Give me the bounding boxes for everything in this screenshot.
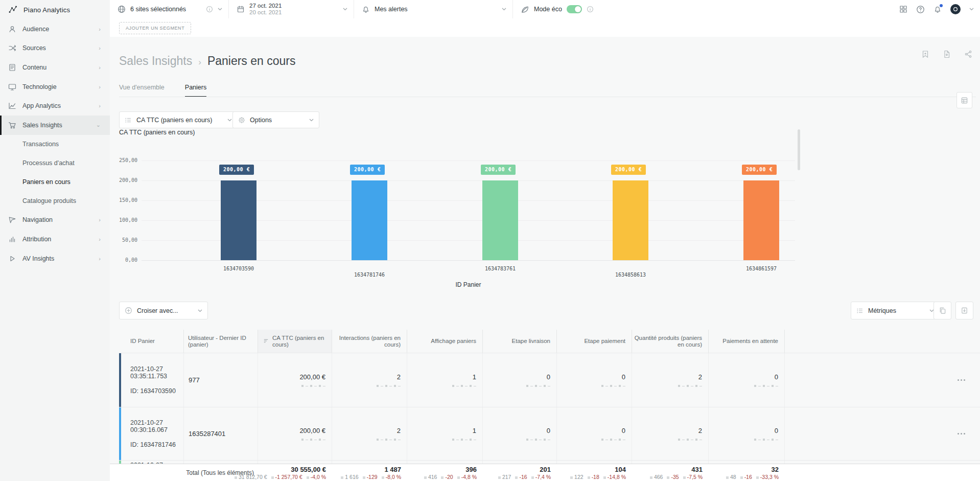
sidebar-subitem-paniers-en-cours[interactable]: Paniers en cours [0,173,110,192]
sidebar-subitem-processus-achat[interactable]: Processus d'achat [0,154,110,173]
sidebar: Piano Analytics Audience› Sources› Conte… [0,0,110,481]
sidebar-item-navigation[interactable]: Navigation› [0,211,110,230]
col-header-interactions[interactable]: Interactions (paniers en cours) [332,330,407,353]
date-range-picker[interactable]: 27 oct. 202120 oct. 2021 [229,0,354,18]
total-value: 396 [465,466,477,473]
add-segment-button[interactable]: AJOUTER UN SEGMENT [119,22,191,34]
sidebar-item-app-analytics[interactable]: App Analytics› [0,96,110,116]
chevron-right-icon: › [99,64,101,71]
sidebar-item-audience[interactable]: Audience› [0,19,110,39]
apps-grid-icon[interactable] [899,5,907,13]
y-tick: 0,00 [115,257,137,263]
bookmark-star-icon[interactable] [921,50,929,58]
total-value: 201 [540,466,551,473]
col-header-paiements-en-attente[interactable]: Paiements en attente [709,330,785,353]
sidebar-item-technologie[interactable]: Technologie› [0,77,110,97]
metric-value: 2 [698,427,702,434]
copy-icon [939,307,946,314]
sparkline [526,385,550,387]
col-header-id-panier[interactable]: ID Panier [119,330,184,353]
calendar-icon [237,5,245,13]
chevron-right-icon: › [99,45,101,51]
site-selector-label: 6 sites sélectionnés [130,6,186,13]
bar-value-label: 200,00 € [611,165,646,175]
chevron-down-icon [227,119,232,122]
piano-analytics-logo-icon [8,5,17,14]
sidebar-item-av-insights[interactable]: AV Insights› [0,249,110,268]
total-value: 1 487 [384,466,401,473]
x-tick: 1634781746 [334,272,405,278]
share-icon[interactable] [964,50,972,58]
sidebar-item-contenu[interactable]: Contenu› [0,58,110,77]
main-content: Sales Insights › Paniers en cours Vue d'… [110,37,980,481]
chevron-right-icon: › [99,236,101,242]
alerts-selector[interactable]: Mes alertes [354,0,513,18]
id-panier-cell: 2021-10-27 03:35:11.753 ID: 1634703590 [119,353,184,407]
metric-value: 0 [775,373,778,381]
bar-1634781746[interactable] [352,180,387,260]
sparkline [526,439,550,441]
site-selector[interactable]: 6 sites sélectionnés [110,0,229,18]
user-cell: 1635287401 [184,407,258,460]
y-tick: 150,00 [115,197,137,203]
tabs: Vue d'ensemble Paniers [119,84,206,97]
brand: Piano Analytics [0,0,110,19]
x-axis-title: ID Panier [142,281,795,288]
row-menu-button[interactable] [956,429,966,439]
tab-paniers[interactable]: Paniers [185,84,206,97]
col-header-etape-paiement[interactable]: Etape paiement [557,330,632,353]
info-icon[interactable] [587,6,594,13]
user-avatar[interactable] [950,4,961,14]
sparkline [452,439,476,441]
eco-mode-toggle[interactable] [567,5,582,13]
col-header-utilisateur[interactable]: Utilisateur - Dernier ID (panier) [184,330,258,353]
chevron-down-icon: ⌄ [96,122,101,128]
dimension-dropdown[interactable]: CA TTC (paniers en cours) [119,111,238,128]
sidebar-subitem-transactions[interactable]: Transactions [0,135,110,154]
chart-data-view-toggle-button[interactable] [956,92,972,108]
sources-icon [8,44,16,52]
col-header-affichage-paniers[interactable]: Affichage paniers [407,330,483,353]
col-header-ca-ttc[interactable]: CA TTC (paniers en cours) [258,330,332,353]
navigation-icon [8,216,16,224]
bar-chart: 250,00 200,00 150,00 100,00 50,00 0,00 2… [142,161,795,260]
chevron-down-icon [218,8,222,11]
bar-1634783761[interactable] [482,180,518,260]
help-icon[interactable] [916,5,925,14]
copy-table-button[interactable] [934,302,951,319]
metric-value: 1 [473,427,476,434]
user-cell: 977 [184,353,258,407]
table-row: 2021-10-27 03:35:11.753 ID: 1634703590 9… [119,353,980,407]
sidebar-item-sources[interactable]: Sources› [0,39,110,58]
sparkline [678,385,702,387]
metrics-dropdown[interactable]: Métriques [851,302,940,319]
bar-1634703590[interactable] [221,180,256,260]
notifications-bell-icon[interactable] [934,5,942,13]
options-dropdown[interactable]: Options [232,111,319,128]
sidebar-item-sales-insights[interactable]: Sales Insights⌄ [0,116,110,135]
chevron-right-icon: › [99,217,101,223]
tab-vue-densemble[interactable]: Vue d'ensemble [119,84,165,97]
sidebar-subitem-catalogue-produits[interactable]: Catalogue produits [0,192,110,211]
bar-1634861597[interactable] [743,180,779,260]
cross-with-dropdown[interactable]: Croiser avec... [119,302,208,319]
total-value: 431 [691,466,703,473]
list-icon [856,307,864,314]
scrollbar-thumb[interactable] [798,129,800,170]
chevron-right-icon: › [99,103,101,109]
col-header-etape-livraison[interactable]: Etape livraison [483,330,557,353]
info-icon[interactable] [206,6,213,13]
bar-1634858613[interactable] [613,180,648,260]
app-analytics-icon [8,102,16,110]
sparkline [678,439,702,441]
sparkline [601,439,625,441]
download-table-button[interactable] [955,302,973,319]
chevron-down-icon[interactable] [969,8,974,11]
export-report-icon[interactable] [943,50,951,58]
col-header-quantite-produits[interactable]: Quantité produits (paniers en cours) [632,330,709,353]
breadcrumb-parent[interactable]: Sales Insights [119,54,192,68]
row-menu-button[interactable] [956,376,966,385]
chart-title: CA TTC (paniers en cours) [119,129,195,136]
sidebar-item-attribution[interactable]: Attribution› [0,230,110,249]
topbar: 6 sites sélectionnés 27 oct. 202120 oct.… [110,0,980,19]
